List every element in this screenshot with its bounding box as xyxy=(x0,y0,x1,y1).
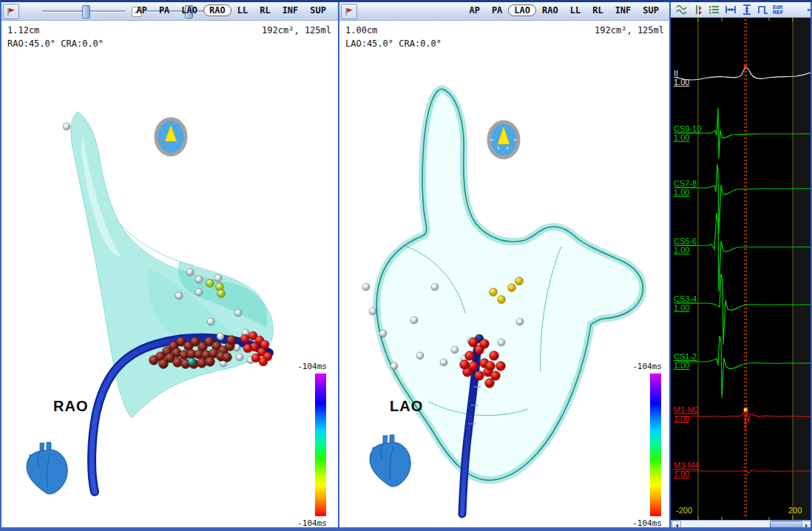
horizontal-scale-icon[interactable] xyxy=(724,4,737,16)
scroll-left-button[interactable] xyxy=(671,521,681,529)
view-button-sup[interactable]: SUP xyxy=(304,4,332,16)
lao-lat-colorbar xyxy=(650,373,661,516)
heart-reference-icon xyxy=(370,435,410,487)
calipers-icon[interactable] xyxy=(691,4,704,16)
slider-thumb[interactable] xyxy=(82,5,90,18)
ecg-lead-label-cs5-6[interactable]: CS5-6 xyxy=(674,237,697,246)
lao-view-label: LAO xyxy=(390,398,423,415)
edit-ref-line2: REF xyxy=(773,10,783,15)
view-button-inf[interactable]: INF xyxy=(609,4,637,16)
ecg-lead-label-cs7-8[interactable]: CS7-8 xyxy=(674,179,697,188)
time-axis-left-label: -200 xyxy=(676,506,692,515)
view-button-rao[interactable]: RAO xyxy=(536,4,564,16)
vertical-scale-icon[interactable] xyxy=(740,4,753,16)
ecg-lead-gain-cs9-10: 1.00 xyxy=(674,133,689,142)
flag-icon xyxy=(344,7,354,17)
ecg-lead-gain-ii: 1.00 xyxy=(674,78,689,87)
view-button-ll[interactable]: LL xyxy=(564,4,586,16)
rao-3d-viewport[interactable] xyxy=(1,51,338,527)
edit-ref-line1: Edit xyxy=(773,4,782,10)
lao-3d-viewport[interactable] xyxy=(339,51,671,527)
ecg-horizontal-scrollbar[interactable] xyxy=(671,520,812,530)
rao-lat-colorbar xyxy=(315,373,326,516)
view-button-lao[interactable]: LAO xyxy=(508,4,536,16)
toolbar-overflow-button[interactable]: » xyxy=(808,7,811,13)
ecg-lead-gain-m3-m4: 1.00 xyxy=(674,470,689,478)
ecg-traces xyxy=(671,18,812,520)
lao-colorbar-top-label: -104ms xyxy=(620,362,662,371)
lao-scale-text: 1.00cm xyxy=(345,25,377,35)
lao-toolbar: APPALAORAOLLRLINFSUP xyxy=(339,2,671,21)
rao-colorbar-bottom-label: -104ms xyxy=(285,518,327,528)
ecg-lead-label-cs9-10[interactable]: CS9-10 xyxy=(674,124,701,133)
ecg-lead-gain-cs5-6: 1.00 xyxy=(674,246,689,254)
rao-toolbar: APPALAORAOLLRLINFSUP xyxy=(1,2,338,21)
edit-ref-button[interactable]: Edit REF xyxy=(773,4,783,15)
orientation-indicator-icon xyxy=(489,122,518,158)
view-button-ap[interactable]: AP xyxy=(130,4,152,16)
view-button-pa[interactable]: PA xyxy=(486,4,508,16)
view-button-sup[interactable]: SUP xyxy=(637,4,665,16)
lao-colorbar-bottom-label: -104ms xyxy=(620,518,662,528)
view-button-ll[interactable]: LL xyxy=(231,4,254,16)
ecg-lead-gain-cs7-8: 1.00 xyxy=(674,188,689,197)
view-button-inf[interactable]: INF xyxy=(277,4,305,16)
view-buttons: APPALAORAOLLRLINFSUP xyxy=(463,4,665,16)
lao-orientation-text: LAO:45.0° CRA:0.0° xyxy=(345,38,441,49)
flag-icon xyxy=(6,7,16,17)
ecg-lead-label-m3-m4[interactable]: M3-M4 xyxy=(674,461,699,470)
pulse-icon[interactable] xyxy=(757,4,769,16)
view-button-rao[interactable]: RAO xyxy=(203,4,231,16)
ecg-toolbar: Edit REF » xyxy=(671,2,812,18)
ecg-lead-gain-cs1-2: 1.00 xyxy=(674,361,689,370)
mapping-system-window: APPALAORAOLLRLINFSUP 1.12cm 192cm², 125m… xyxy=(0,0,812,531)
flag-button[interactable] xyxy=(3,4,19,19)
lao-measurement-text: 192cm², 125ml xyxy=(595,25,664,35)
view-button-ap[interactable]: AP xyxy=(463,4,485,16)
rao-chamber-surface xyxy=(71,112,273,418)
rao-orientation-text: RAO:45.0° CRA:0.0° xyxy=(7,38,104,49)
rotation-slider[interactable] xyxy=(42,10,125,13)
time-axis-right-label: 200 xyxy=(788,506,802,515)
heart-reference-icon xyxy=(27,442,67,494)
ecg-lead-label-m1-m2[interactable]: M1-M2 xyxy=(674,405,699,414)
rao-scale-text: 1.12cm xyxy=(7,25,39,35)
view-button-rl[interactable]: RL xyxy=(586,4,609,16)
flag-button[interactable] xyxy=(341,4,357,19)
view-buttons: APPALAORAOLLRLINFSUP xyxy=(130,4,332,16)
view-button-pa[interactable]: PA xyxy=(153,4,175,16)
view-button-lao[interactable]: LAO xyxy=(175,4,203,16)
ecg-lead-label-cs1-2[interactable]: CS1-2 xyxy=(674,352,697,361)
scroll-thumb[interactable] xyxy=(770,521,803,530)
rao-colorbar-top-label: -104ms xyxy=(285,362,327,371)
trace-II xyxy=(677,67,812,80)
rao-measurement-text: 192cm², 125ml xyxy=(262,25,331,35)
signals-icon[interactable] xyxy=(675,4,688,16)
annotation-marker-ii xyxy=(744,65,748,69)
ecg-lead-gain-m1-m2: 1.00 xyxy=(674,414,689,423)
annotation-marker-map xyxy=(744,408,748,412)
trace-list-icon[interactable] xyxy=(708,4,720,16)
scroll-right-button[interactable] xyxy=(802,521,811,529)
rao-view-label: RAO xyxy=(53,398,88,415)
ecg-lead-label-cs3-4[interactable]: CS3-4 xyxy=(674,294,697,303)
view-button-rl[interactable]: RL xyxy=(254,4,276,16)
ecg-lead-gain-cs3-4: 1.00 xyxy=(674,303,689,312)
orientation-indicator-icon xyxy=(156,119,186,155)
ecg-lead-label-ii[interactable]: II xyxy=(674,69,678,78)
